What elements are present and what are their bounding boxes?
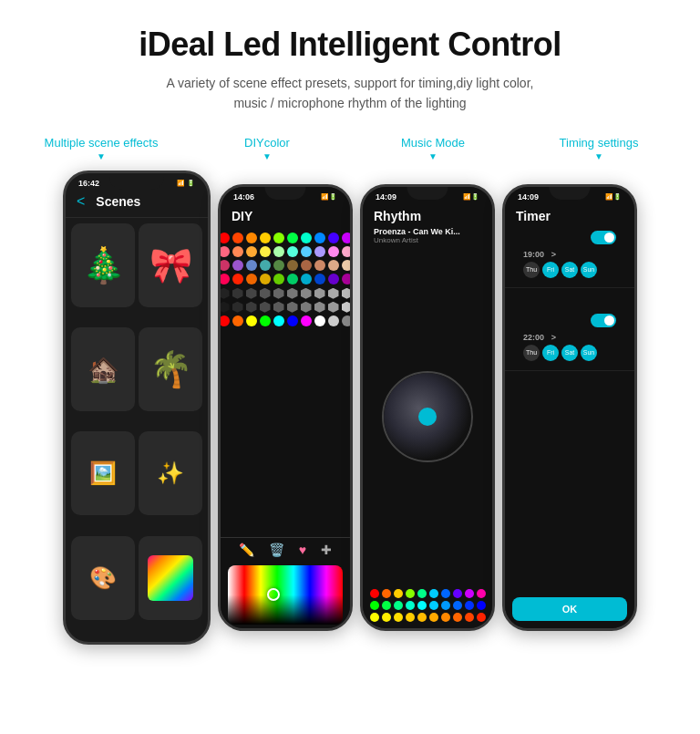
scene-cell-2[interactable]: 🎀 bbox=[139, 223, 202, 307]
notch-3 bbox=[407, 187, 448, 200]
scenes-grid: 🎄 🎀 🏚️ 🌴 🖼️ ✨ 🎨 bbox=[66, 218, 208, 642]
song-info: Proenza - Can We Ki... Unkown Artist bbox=[363, 225, 492, 248]
phone1-content: 16:42 📶 🔋 < Scenes 🎄 🎀 🏚️ 🌴 🖼️ bbox=[66, 173, 208, 642]
subtitle: A variety of scene effect presets, suppo… bbox=[167, 73, 534, 114]
label-music: Music Mode ▼ bbox=[350, 136, 516, 161]
status-icons-2: 📶🔋 bbox=[321, 193, 337, 201]
timer-entry-1: 19:00 > Thu Fri Sat Sun bbox=[505, 227, 634, 288]
day-thu-1[interactable]: Thu bbox=[523, 262, 540, 278]
ok-button[interactable]: OK bbox=[512, 597, 627, 621]
picker-handle[interactable] bbox=[267, 588, 280, 601]
scene-cell-8[interactable] bbox=[139, 536, 202, 620]
vinyl-container bbox=[363, 248, 492, 585]
vinyl-disc bbox=[382, 371, 473, 462]
toggle-row-2 bbox=[514, 314, 625, 329]
main-title: iDeal Led Intelligent Control bbox=[139, 26, 561, 64]
scene-cell-1[interactable]: 🎄 bbox=[71, 223, 135, 307]
color-picker[interactable] bbox=[228, 565, 343, 625]
day-fri-1[interactable]: Fri bbox=[542, 262, 559, 278]
page-wrapper: iDeal Led Intelligent Control A variety … bbox=[0, 0, 700, 734]
days-row-1: Thu Fri Sat Sun bbox=[514, 260, 625, 284]
plus-icon[interactable]: ✚ bbox=[321, 543, 332, 557]
back-icon[interactable]: < bbox=[77, 193, 85, 210]
toggle-1[interactable] bbox=[591, 231, 616, 244]
scene-cell-6[interactable]: ✨ bbox=[139, 431, 202, 515]
label-timing: Timing settings ▼ bbox=[516, 136, 682, 161]
phone-diy: 14:06 📶🔋 DIY bbox=[218, 184, 353, 631]
timer-entry-2: 22:00 > Thu Fri Sat Sun bbox=[505, 310, 634, 371]
timer-title: Timer bbox=[505, 203, 634, 227]
day-sat-2[interactable]: Sat bbox=[561, 345, 578, 361]
toggle-row-1 bbox=[514, 231, 625, 246]
eraser-icon[interactable]: ✏️ bbox=[239, 543, 254, 557]
toggle-2[interactable] bbox=[591, 314, 616, 327]
phone-scenes: 16:42 📶 🔋 < Scenes 🎄 🎀 🏚️ 🌴 🖼️ bbox=[63, 171, 211, 645]
color-dots-grid bbox=[221, 229, 350, 537]
phone-rhythm: 14:09 📶🔋 Rhythm Proenza - Can We Ki... U… bbox=[360, 184, 495, 631]
scenes-header: < Scenes bbox=[66, 190, 208, 218]
day-sun-2[interactable]: Sun bbox=[581, 345, 597, 361]
rhythm-title: Rhythm bbox=[363, 203, 492, 225]
notch-1 bbox=[109, 173, 164, 190]
day-sat-1[interactable]: Sat bbox=[561, 262, 578, 278]
scene-cell-4[interactable]: 🌴 bbox=[139, 327, 202, 411]
heart-icon[interactable]: ♥ bbox=[299, 543, 306, 557]
label-diy: DIYcolor ▼ bbox=[184, 136, 350, 161]
labels-row: Multiple scene effects ▼ DIYcolor ▼ Musi… bbox=[18, 136, 682, 161]
song-name: Proenza - Can We Ki... bbox=[374, 227, 481, 236]
timer-time-2: 22:00 > bbox=[514, 329, 625, 343]
notch-4 bbox=[550, 187, 591, 200]
label-scenes: Multiple scene effects ▼ bbox=[18, 136, 184, 161]
phone4-content: 14:09 📶🔋 Timer 19:00 > Thu bbox=[505, 187, 634, 628]
phone-timer: 14:09 📶🔋 Timer 19:00 > Thu bbox=[502, 184, 637, 631]
song-artist: Unkown Artist bbox=[374, 236, 481, 244]
scene-cell-3[interactable]: 🏚️ bbox=[71, 327, 135, 411]
trash-icon[interactable]: 🗑️ bbox=[269, 543, 284, 557]
days-row-2: Thu Fri Sat Sun bbox=[514, 343, 625, 367]
day-sun-1[interactable]: Sun bbox=[581, 262, 597, 278]
notch-2 bbox=[265, 187, 306, 200]
timer-time-1: 19:00 > bbox=[514, 246, 625, 260]
diy-tools: ✏️ 🗑️ ♥ ✚ bbox=[221, 537, 350, 562]
status-icons-1: 📶 🔋 bbox=[177, 180, 195, 187]
arrow-music: ▼ bbox=[428, 151, 438, 161]
phone2-content: 14:06 📶🔋 DIY bbox=[221, 187, 350, 628]
arrow-timing: ▼ bbox=[594, 151, 603, 161]
diy-title: DIY bbox=[221, 203, 350, 229]
rhythm-dots bbox=[363, 585, 492, 628]
phone3-content: 14:09 📶🔋 Rhythm Proenza - Can We Ki... U… bbox=[363, 187, 492, 628]
day-fri-2[interactable]: Fri bbox=[542, 345, 559, 361]
arrow-diy: ▼ bbox=[262, 151, 272, 161]
day-thu-2[interactable]: Thu bbox=[523, 345, 540, 361]
scene-cell-7[interactable]: 🎨 bbox=[71, 536, 135, 620]
phones-row: 16:42 📶 🔋 < Scenes 🎄 🎀 🏚️ 🌴 🖼️ bbox=[18, 171, 682, 645]
scene-cell-5[interactable]: 🖼️ bbox=[71, 431, 135, 515]
arrow-scenes: ▼ bbox=[97, 151, 106, 161]
